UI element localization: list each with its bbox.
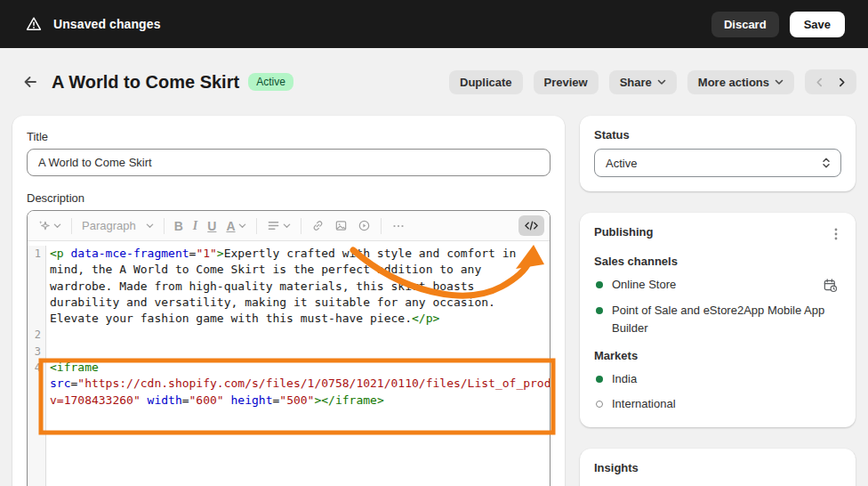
code-line-text[interactable] <box>46 344 550 360</box>
markets-list: India International <box>594 370 841 413</box>
sales-channel-label: Point of Sale and eStore2App Mobile App … <box>612 302 841 337</box>
back-button[interactable] <box>18 69 43 94</box>
status-select-value: Active <box>606 157 637 170</box>
insert-video-button[interactable] <box>353 215 375 236</box>
chevron-down-icon <box>657 77 666 86</box>
sales-channel-item: Point of Sale and eStore2App Mobile App … <box>594 302 841 337</box>
sales-channels-list: Online Store Point of Sale and eStore2Ap… <box>594 276 841 337</box>
code-line-text[interactable]: <p data-mce-fragment="1">Expertly crafte… <box>46 246 550 327</box>
code-icon <box>524 219 539 232</box>
line-number: 2 <box>28 327 46 343</box>
editor-toolbar: Paragraph B I U A <box>28 211 550 241</box>
toolbar-divider <box>256 218 257 234</box>
insert-link-button[interactable] <box>307 215 329 236</box>
align-left-icon <box>267 219 280 232</box>
active-dot-icon <box>596 376 603 383</box>
unsaved-changes-bar: Unsaved changes Discard Save <box>0 0 868 48</box>
more-actions-button[interactable]: More actions <box>687 70 794 94</box>
market-label: International <box>612 395 841 413</box>
code-line[interactable]: 1<p data-mce-fragment="1">Expertly craft… <box>28 246 550 327</box>
title-input[interactable] <box>27 149 551 176</box>
title-label: Title <box>27 130 551 143</box>
chevron-down-icon <box>53 222 61 230</box>
preview-label: Preview <box>544 76 588 89</box>
main-content: Title Description Paragraph <box>0 116 868 486</box>
status-heading: Status <box>594 128 841 142</box>
market-item: International <box>594 395 841 413</box>
status-select[interactable]: Active <box>594 149 841 177</box>
sidebar: Status Active Publishing Sales channels <box>580 116 856 486</box>
markets-heading: Markets <box>594 349 841 362</box>
chevron-down-icon <box>283 222 291 230</box>
select-caret-icon <box>821 157 832 169</box>
code-view-toggle-button[interactable] <box>518 215 544 236</box>
product-details-card: Title Description Paragraph <box>12 116 565 486</box>
inactive-dot-icon <box>596 401 603 408</box>
arrow-left-icon <box>21 73 39 91</box>
ai-assist-button[interactable] <box>33 215 66 236</box>
italic-label: I <box>193 219 197 233</box>
block-format-dropdown[interactable]: Paragraph <box>77 215 158 236</box>
code-line[interactable]: 4<iframe src="https://cdn.shopify.com/s/… <box>28 360 550 409</box>
insert-image-button[interactable] <box>330 215 352 236</box>
more-actions-label: More actions <box>698 76 769 89</box>
chevron-down-icon <box>146 222 154 230</box>
insights-heading: Insights <box>594 461 841 474</box>
toolbar-divider <box>301 218 301 234</box>
code-line-text[interactable] <box>46 327 550 343</box>
discard-button[interactable]: Discard <box>711 12 779 37</box>
schedule-availability-button[interactable] <box>819 276 841 295</box>
more-toolbar-options-button[interactable] <box>387 216 410 236</box>
publishing-card: Publishing Sales channels Online Store <box>580 213 856 427</box>
sales-channels-heading: Sales channels <box>594 255 841 268</box>
line-number: 4 <box>28 360 46 409</box>
next-product-button[interactable] <box>831 76 853 89</box>
calendar-clock-icon <box>823 278 838 293</box>
sparkles-icon <box>37 219 51 232</box>
italic-button[interactable]: I <box>189 215 202 237</box>
publishing-menu-button[interactable] <box>831 225 841 243</box>
code-editor-empty-area[interactable] <box>28 409 550 486</box>
code-line[interactable]: 2 <box>28 327 550 343</box>
description-editor: Paragraph B I U A <box>27 210 551 486</box>
page-title: A World to Come Skirt <box>52 72 239 93</box>
ellipsis-icon <box>391 220 406 232</box>
code-line[interactable]: 3 <box>28 344 550 360</box>
header-actions: Duplicate Preview Share More actions <box>449 69 856 94</box>
sales-channel-item: Online Store <box>594 276 841 295</box>
text-color-button[interactable]: A <box>221 215 250 237</box>
sales-channel-label: Online Store <box>612 276 819 294</box>
toolbar-divider <box>71 218 72 234</box>
save-button[interactable]: Save <box>790 12 845 37</box>
play-circle-icon <box>358 219 371 232</box>
market-item: India <box>594 370 841 388</box>
description-code-editor[interactable]: 1<p data-mce-fragment="1">Expertly craft… <box>28 241 550 486</box>
active-dot-icon <box>596 281 603 288</box>
active-dot-icon <box>596 307 603 314</box>
alignment-button[interactable] <box>262 215 295 236</box>
block-format-label: Paragraph <box>82 219 136 232</box>
underline-button[interactable]: U <box>203 215 221 237</box>
link-icon <box>311 219 325 232</box>
bold-button[interactable]: B <box>170 215 188 237</box>
warning-icon <box>25 15 43 33</box>
page-header: A World to Come Skirt Active Duplicate P… <box>0 48 868 116</box>
duplicate-button[interactable]: Duplicate <box>449 70 523 94</box>
toolbar-divider <box>381 218 382 234</box>
previous-product-button[interactable] <box>808 76 831 89</box>
share-button[interactable]: Share <box>609 70 677 94</box>
code-line-text[interactable]: <iframe src="https://cdn.shopify.com/s/f… <box>46 360 551 409</box>
status-badge: Active <box>248 73 293 91</box>
kebab-menu-icon <box>834 227 838 241</box>
text-color-label: A <box>226 219 235 233</box>
chevron-right-icon <box>837 77 847 87</box>
market-label: India <box>612 370 841 388</box>
gutter <box>28 409 46 486</box>
duplicate-label: Duplicate <box>460 76 512 89</box>
chevron-down-icon <box>775 77 784 86</box>
underline-label: U <box>207 219 216 233</box>
preview-button[interactable]: Preview <box>534 70 599 94</box>
product-pagination <box>805 69 856 94</box>
toolbar-divider <box>164 218 165 234</box>
publishing-heading: Publishing <box>594 225 653 239</box>
